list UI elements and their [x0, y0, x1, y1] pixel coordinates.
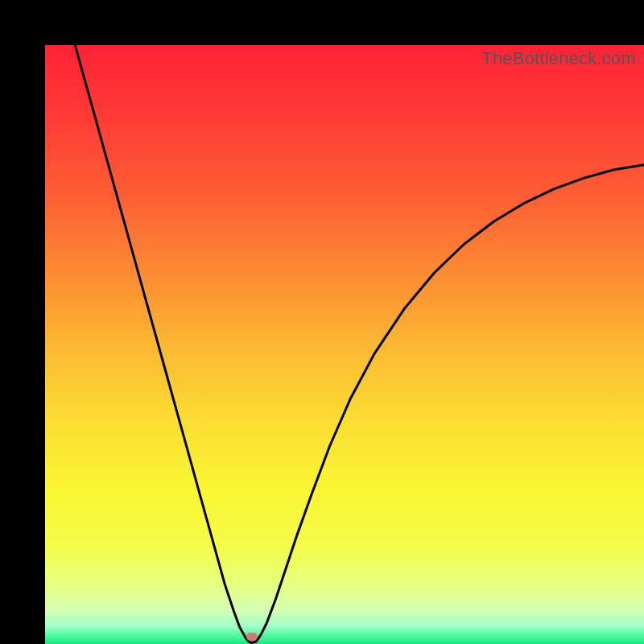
watermark-text: TheBottleneck.com [481, 48, 636, 69]
bottleneck-curve [45, 45, 644, 644]
optimal-point-marker [246, 633, 258, 641]
chart-frame: TheBottleneck.com [0, 0, 644, 644]
plot-area: TheBottleneck.com [45, 45, 644, 644]
